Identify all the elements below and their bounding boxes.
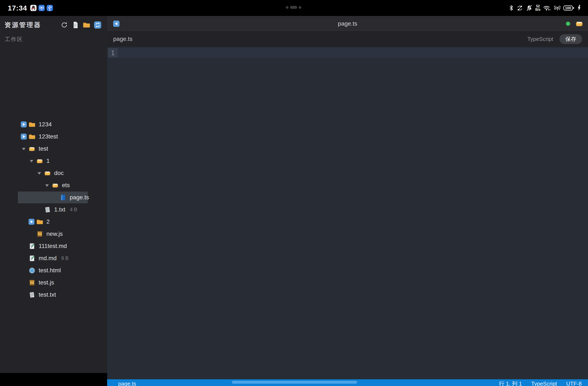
network-speed: 52 B/s	[535, 5, 541, 11]
notifications-muted-icon	[526, 5, 533, 12]
tree-item-doc[interactable]: doc	[0, 167, 107, 179]
editor-pane: page.ts page.ts TypeScript 保存 1 page.ts …	[107, 16, 588, 386]
system-status-bar: 17:34 52 B/s 100	[0, 0, 588, 16]
expand-collapsed-icon[interactable]	[28, 219, 35, 225]
file-tree: 1234 123test test 1 doc	[0, 118, 107, 301]
tree-item-page-ts[interactable]: page.ts	[0, 191, 107, 203]
current-line-highlight	[108, 48, 588, 58]
folder-icon	[36, 218, 43, 225]
file-size: 9 B	[61, 255, 69, 261]
charging-icon	[578, 5, 581, 12]
status-encoding[interactable]: UTF-8	[566, 380, 582, 386]
file-size: 4 B	[70, 207, 77, 212]
line-number: 1	[111, 49, 115, 57]
expand-expanded-icon[interactable]	[37, 171, 42, 175]
folder-open-icon	[36, 157, 43, 164]
app-screen: 17:34 52 B/s 100	[0, 0, 588, 386]
tab-filename[interactable]: page.ts	[113, 32, 132, 46]
tree-item-test[interactable]: test	[0, 143, 107, 155]
explorer-actions	[60, 16, 102, 34]
expand-collapsed-icon[interactable]	[21, 134, 27, 140]
usb-app-icon	[47, 5, 53, 11]
status-language[interactable]: TypeScript	[531, 380, 557, 386]
file-explorer-panel: 资源管理器 工作区 1234 123test	[0, 16, 107, 373]
editor-title: page.ts	[107, 16, 588, 32]
folder-open-icon	[44, 170, 51, 177]
markdown-memo-icon	[28, 255, 36, 262]
status-left-cluster: 17:34	[8, 0, 53, 16]
status-right-cluster: 52 B/s 100	[509, 0, 581, 16]
html-globe-icon	[28, 267, 36, 274]
new-folder-icon[interactable]	[83, 21, 90, 29]
typescript-file-icon	[60, 194, 66, 201]
folder-icon	[28, 121, 36, 128]
battery-icon: 100	[563, 4, 575, 12]
tree-item-123test[interactable]: 123test	[0, 131, 107, 143]
expand-expanded-icon[interactable]	[45, 184, 49, 187]
tree-item-ets[interactable]: ets	[0, 179, 107, 191]
editor-tab-bar: page.ts TypeScript 保存	[107, 32, 588, 47]
text-file-icon	[28, 291, 36, 298]
camera-dot	[299, 6, 301, 9]
text-file-icon	[44, 206, 51, 213]
tree-item-new-js[interactable]: new.js	[0, 228, 107, 240]
js-scroll-icon	[28, 279, 36, 286]
save-button[interactable]: 保存	[559, 34, 582, 44]
cursor-position[interactable]: 行 1, 列 1	[499, 380, 522, 386]
hotspot-icon	[554, 5, 561, 12]
js-scroll-icon	[36, 230, 43, 237]
camera-pill	[290, 6, 297, 9]
folder-icon	[28, 133, 36, 140]
camera-cutout	[286, 6, 301, 9]
open-folder-icon[interactable]	[575, 20, 583, 28]
language-indicator[interactable]: TypeScript	[527, 36, 553, 42]
workspace-section-label: 工作区	[5, 36, 23, 43]
sync-icon[interactable]	[94, 21, 102, 29]
expand-collapsed-icon[interactable]	[21, 121, 27, 128]
explorer-title: 资源管理器	[5, 21, 41, 29]
wifi-icon	[543, 4, 551, 12]
tree-item-111test-md[interactable]: 111test.md	[0, 240, 107, 252]
code-editor[interactable]: 1	[107, 47, 588, 379]
bluetooth-icon	[509, 4, 514, 12]
rotation-lock-icon	[516, 5, 523, 12]
editor-status-bar: page.ts 行 1, 列 1 TypeScript UTF-8	[107, 379, 588, 386]
tree-item-test-js[interactable]: test.js	[0, 276, 107, 289]
tree-item-test-html[interactable]: test.html	[0, 264, 107, 276]
tree-item-md-md[interactable]: md.md 9 B	[0, 252, 107, 264]
expand-expanded-icon[interactable]	[21, 147, 26, 151]
new-file-icon[interactable]	[71, 21, 79, 29]
qq-app-icon	[30, 5, 37, 11]
markdown-memo-icon	[28, 243, 36, 250]
explorer-header: 资源管理器	[0, 16, 107, 34]
refresh-icon[interactable]	[60, 21, 68, 29]
folder-open-icon	[52, 182, 59, 189]
tree-item-1234[interactable]: 1234	[0, 118, 107, 131]
expand-expanded-icon[interactable]	[29, 159, 34, 163]
hotspot-app-icon	[39, 5, 45, 11]
editor-header: page.ts	[107, 16, 588, 32]
tree-item-2[interactable]: 2	[0, 216, 107, 228]
tree-item-test-txt[interactable]: test.txt	[0, 289, 107, 301]
horizontal-scrollbar[interactable]	[232, 381, 357, 384]
status-filename[interactable]: page.ts	[118, 380, 136, 386]
svg-text:100: 100	[565, 6, 571, 10]
clock: 17:34	[8, 4, 27, 12]
tree-item-1-txt[interactable]: 1.txt 4 B	[0, 203, 107, 216]
camera-dot	[286, 6, 289, 9]
folder-open-icon	[28, 145, 36, 152]
unsaved-status-dot	[566, 22, 570, 26]
tree-item-1[interactable]: 1	[0, 155, 107, 167]
line-number-gutter: 1	[108, 48, 118, 58]
